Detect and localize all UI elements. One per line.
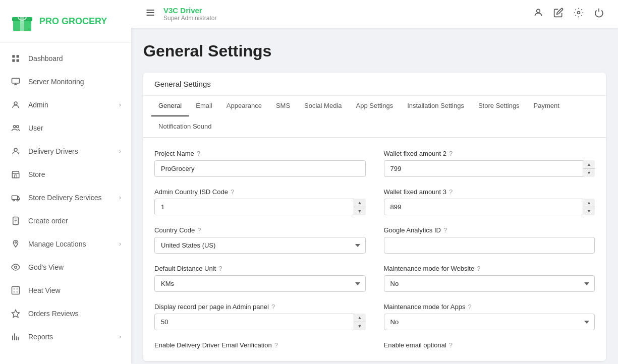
store-icon bbox=[10, 169, 21, 180]
wallet-fixed-2-input[interactable] bbox=[384, 160, 595, 177]
sidebar-item-label: Dashboard bbox=[28, 54, 63, 63]
maintenance-apps-group: Maintenance mode for Apps ? No Yes bbox=[384, 303, 595, 330]
logo-text: PRO GROCERY bbox=[39, 16, 107, 27]
help-icon: ? bbox=[449, 341, 453, 349]
svg-point-20 bbox=[15, 266, 17, 269]
help-icon: ? bbox=[231, 188, 234, 196]
distance-unit-select[interactable]: KMs Miles bbox=[154, 275, 366, 292]
page-body: General Settings General Settings Genera… bbox=[131, 28, 618, 364]
display-record-spinner: ▲ ▼ bbox=[154, 314, 366, 330]
help-icon: ? bbox=[449, 188, 453, 196]
wallet-fixed-3-label: Wallet fixed amount 3 ? bbox=[384, 188, 595, 196]
sidebar-item-user[interactable]: User bbox=[0, 116, 131, 140]
sidebar-item-label: Store bbox=[28, 170, 45, 178]
spinner-buttons: ▲ ▼ bbox=[583, 160, 595, 177]
spinner-up[interactable]: ▲ bbox=[354, 199, 366, 207]
tab-payment[interactable]: Payment bbox=[527, 96, 567, 116]
maintenance-apps-label: Maintenance mode for Apps ? bbox=[384, 303, 595, 311]
email-optional-label: Enable email optional ? bbox=[384, 341, 595, 349]
settings-card: General Settings General Email Appearanc… bbox=[143, 73, 606, 361]
sidebar-item-label: Reports bbox=[28, 333, 53, 341]
google-analytics-group: Google Analytics ID ? bbox=[384, 226, 595, 254]
header: V3C Driver Super Administrator bbox=[131, 0, 618, 28]
project-name-group: Project Name ? bbox=[154, 150, 366, 177]
tab-app-settings[interactable]: App Settings bbox=[349, 96, 401, 116]
hamburger-button[interactable] bbox=[145, 8, 155, 20]
spinner-down[interactable]: ▼ bbox=[354, 207, 366, 215]
spinner-down[interactable]: ▼ bbox=[583, 169, 595, 177]
sidebar-item-delivery-drivers[interactable]: Delivery Drivers › bbox=[0, 140, 131, 163]
sidebar-item-heat-view[interactable]: Heat View bbox=[0, 279, 131, 302]
svg-point-23 bbox=[578, 12, 580, 14]
page-title: General Settings bbox=[143, 42, 606, 60]
sidebar-item-gods-view[interactable]: God's View bbox=[0, 256, 131, 279]
sidebar-item-reports[interactable]: Reports › bbox=[0, 325, 131, 348]
tab-sms[interactable]: SMS bbox=[269, 96, 297, 116]
tab-general[interactable]: General bbox=[151, 96, 189, 116]
sidebar-item-label: Server Monitoring bbox=[28, 78, 84, 86]
help-icon: ? bbox=[274, 341, 278, 349]
maintenance-apps-select[interactable]: No Yes bbox=[384, 314, 595, 330]
svg-rect-7 bbox=[17, 59, 19, 62]
svg-rect-2 bbox=[20, 17, 24, 31]
display-record-input[interactable] bbox=[154, 314, 366, 330]
help-icon: ? bbox=[197, 226, 201, 234]
wallet-fixed-2-group: Wallet fixed amount 2 ? ▲ ▼ bbox=[384, 150, 595, 177]
tab-email[interactable]: Email bbox=[189, 96, 219, 116]
svg-rect-15 bbox=[12, 196, 18, 200]
gear-action-icon[interactable] bbox=[574, 8, 584, 20]
tab-notification-sound[interactable]: Notification Sound bbox=[151, 116, 219, 137]
google-analytics-input[interactable] bbox=[384, 237, 595, 254]
sidebar-item-server-monitoring[interactable]: Server Monitoring bbox=[0, 70, 131, 93]
help-icon: ? bbox=[218, 265, 222, 272]
country-code-select[interactable]: United States (US) United Kingdom (UK) C… bbox=[154, 237, 366, 254]
help-icon: ? bbox=[197, 150, 200, 157]
spinner-down[interactable]: ▼ bbox=[354, 322, 366, 330]
admin-isd-input[interactable] bbox=[154, 199, 366, 215]
sidebar-item-admin[interactable]: Admin › bbox=[0, 93, 131, 116]
logo: PRO GROCERY bbox=[0, 0, 131, 43]
user-action-icon[interactable] bbox=[533, 8, 543, 20]
spinner-buttons: ▲ ▼ bbox=[583, 199, 595, 215]
sidebar: PRO GROCERY Dashboard Server Monitoring … bbox=[0, 0, 131, 364]
help-icon: ? bbox=[449, 150, 453, 157]
svg-point-19 bbox=[15, 242, 17, 244]
tab-social-media[interactable]: Social Media bbox=[297, 96, 349, 116]
project-name-input[interactable] bbox=[154, 160, 366, 177]
spinner-up[interactable]: ▲ bbox=[354, 314, 366, 322]
grid-icon bbox=[10, 53, 21, 64]
heat-icon bbox=[10, 285, 21, 296]
sidebar-item-label: Heat View bbox=[28, 286, 61, 294]
chevron-right-icon: › bbox=[119, 240, 121, 248]
svg-point-17 bbox=[17, 200, 18, 201]
sidebar-nav: Dashboard Server Monitoring Admin › User bbox=[0, 43, 131, 364]
svg-rect-13 bbox=[12, 173, 19, 178]
sidebar-item-store[interactable]: Store bbox=[0, 163, 131, 186]
spinner-down[interactable]: ▼ bbox=[583, 207, 595, 215]
tab-appearance[interactable]: Appearance bbox=[219, 96, 269, 116]
wallet-fixed-3-input[interactable] bbox=[384, 199, 595, 215]
svg-point-9 bbox=[14, 102, 17, 105]
person-outline-icon bbox=[10, 146, 21, 157]
maintenance-website-select[interactable]: No Yes bbox=[384, 275, 595, 292]
sidebar-item-create-order[interactable]: Create order bbox=[0, 209, 131, 232]
document-icon bbox=[10, 215, 21, 226]
power-action-icon[interactable] bbox=[594, 8, 604, 20]
country-code-group: Country Code ? United States (US) United… bbox=[154, 226, 366, 254]
edit-action-icon[interactable] bbox=[553, 8, 564, 20]
svg-rect-6 bbox=[12, 59, 15, 62]
sidebar-item-dashboard[interactable]: Dashboard bbox=[0, 47, 131, 70]
sidebar-item-orders-reviews[interactable]: Orders Reviews bbox=[0, 302, 131, 325]
tab-installation-settings[interactable]: Installation Settings bbox=[400, 96, 471, 116]
spinner-up[interactable]: ▲ bbox=[583, 160, 595, 169]
admin-isd-group: Admin Country ISD Code ? ▲ ▼ bbox=[154, 188, 366, 215]
sidebar-item-manage-locations[interactable]: Manage Locations › bbox=[0, 232, 131, 256]
people-icon bbox=[10, 123, 21, 134]
spinner-up[interactable]: ▲ bbox=[583, 199, 595, 207]
svg-rect-14 bbox=[15, 175, 17, 178]
tab-store-settings[interactable]: Store Settings bbox=[471, 96, 527, 116]
svg-point-12 bbox=[14, 148, 17, 151]
help-icon: ? bbox=[477, 265, 480, 272]
wallet-fixed-2-label: Wallet fixed amount 2 ? bbox=[384, 150, 595, 157]
sidebar-item-store-delivery-services[interactable]: Store Delivery Services › bbox=[0, 186, 131, 209]
